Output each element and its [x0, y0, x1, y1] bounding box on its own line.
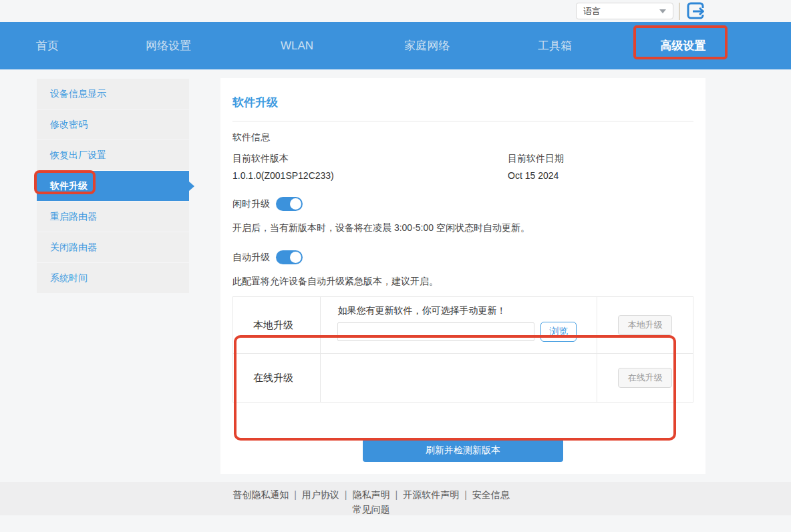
footer-separator: |	[464, 489, 467, 500]
online-upgrade-button[interactable]: 在线升级	[618, 368, 672, 388]
toggle-knob	[290, 198, 301, 210]
footer: 普创隐私通知|用户协议|隐私声明|开源软件声明|安全信息 常见问题	[0, 482, 791, 515]
logout-icon	[686, 1, 706, 21]
software-info-label: 软件信息	[232, 131, 693, 144]
refresh-check-version-button[interactable]: 刷新并检测新版本	[363, 439, 563, 462]
software-info-grid: 目前软件版本 1.0.1.0(Z001SP12C233) 目前软件日期 Oct …	[232, 153, 693, 181]
footer-link-privacy-statement[interactable]: 隐私声明	[353, 489, 390, 500]
nav-item-wlan[interactable]: WLAN	[281, 39, 313, 53]
local-upgrade-hint: 如果您有更新软件，你可选择手动更新！	[337, 305, 580, 317]
topbar: 语言	[0, 0, 791, 22]
main-nav: 首页 网络设置 WLAN 家庭网络 工具箱 高级设置	[0, 22, 791, 69]
sidebar-item-software-upgrade[interactable]: 软件升级	[37, 171, 189, 201]
chevron-down-icon	[659, 9, 666, 13]
nav-item-network[interactable]: 网络设置	[146, 38, 191, 53]
sidebar-item-system-time[interactable]: 系统时间	[37, 263, 189, 293]
sidebar-item-label: 软件升级	[50, 180, 88, 191]
footer-separator: |	[345, 489, 347, 500]
idle-upgrade-toggle[interactable]	[276, 197, 303, 211]
language-select-value: 语言	[583, 5, 601, 17]
idle-upgrade-description: 开启后，当有新版本时，设备将在凌晨 3:00-5:00 空闲状态时自动更新。	[232, 222, 693, 234]
footer-link-security-info[interactable]: 安全信息	[472, 489, 510, 500]
nav-item-home-network[interactable]: 家庭网络	[404, 38, 450, 53]
auto-upgrade-label: 自动升级	[232, 252, 270, 264]
toggle-knob	[290, 252, 301, 263]
local-upgrade-row-label: 本地升级	[233, 297, 321, 354]
auto-upgrade-toggle[interactable]	[276, 250, 303, 264]
version-label: 目前软件版本	[232, 153, 508, 165]
footer-link-user-agreement[interactable]: 用户协议	[302, 489, 339, 500]
footer-link-faq[interactable]: 常见问题	[353, 504, 390, 515]
sidebar-item-shutdown-router[interactable]: 关闭路由器	[37, 232, 189, 262]
topbar-divider	[679, 3, 680, 20]
footer-separator: |	[294, 489, 297, 500]
upgrade-table: 本地升级 如果您有更新软件，你可选择手动更新！ 浏览 本地升级 在线升级 在线升…	[232, 296, 693, 403]
online-upgrade-row: 在线升级 在线升级	[233, 354, 693, 403]
firmware-file-input[interactable]	[337, 322, 534, 341]
sidebar: 设备信息显示 修改密码 恢复出厂设置 软件升级 重启路由器 关闭路由器 系统时间	[37, 79, 189, 294]
sidebar-item-factory-reset[interactable]: 恢复出厂设置	[37, 140, 189, 170]
idle-upgrade-label: 闲时升级	[232, 198, 270, 210]
language-select[interactable]: 语言	[576, 3, 673, 19]
logout-button[interactable]	[685, 1, 707, 22]
local-upgrade-button[interactable]: 本地升级	[618, 315, 672, 335]
browse-button[interactable]: 浏览	[540, 322, 577, 342]
local-upgrade-row: 本地升级 如果您有更新软件，你可选择手动更新！ 浏览 本地升级	[233, 297, 693, 354]
nav-item-home[interactable]: 首页	[36, 38, 59, 53]
page-title: 软件升级	[232, 95, 693, 110]
sidebar-item-reboot-router[interactable]: 重启路由器	[37, 202, 189, 232]
date-label: 目前软件日期	[508, 153, 564, 165]
active-pointer-icon	[189, 182, 194, 191]
title-divider	[232, 121, 693, 121]
sidebar-item-device-info[interactable]: 设备信息显示	[37, 79, 189, 109]
footer-link-open-source[interactable]: 开源软件声明	[403, 489, 459, 500]
software-upgrade-panel: 软件升级 软件信息 目前软件版本 1.0.1.0(Z001SP12C233) 目…	[220, 78, 705, 474]
auto-upgrade-description: 此配置将允许设备自动升级紧急版本，建议开启。	[232, 276, 693, 288]
nav-item-toolbox[interactable]: 工具箱	[538, 38, 572, 53]
version-value: 1.0.1.0(Z001SP12C233)	[232, 170, 508, 181]
sidebar-item-change-password[interactable]: 修改密码	[37, 109, 189, 140]
nav-item-advanced-settings[interactable]: 高级设置	[660, 38, 705, 53]
footer-link-privacy-notice[interactable]: 普创隐私通知	[232, 489, 289, 500]
footer-separator: |	[396, 489, 398, 500]
online-upgrade-row-label: 在线升级	[233, 354, 321, 403]
date-value: Oct 15 2024	[508, 170, 564, 181]
